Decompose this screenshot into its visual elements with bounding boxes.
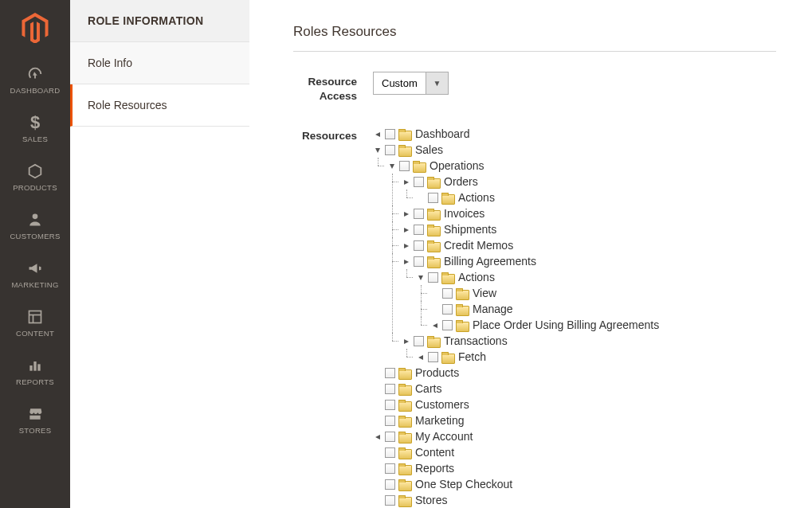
nav-item-dashboard[interactable]: DASHBOARD — [0, 56, 70, 104]
tree-node[interactable]: Carts — [373, 381, 776, 397]
tree-toggle-placeholder — [430, 305, 439, 314]
tree-node[interactable]: Customers — [373, 397, 776, 412]
tree-checkbox[interactable] — [385, 479, 395, 490]
tree-node[interactable]: ◂Fetch — [416, 349, 776, 365]
tree-node[interactable]: Reports — [373, 460, 776, 476]
svg-rect-1 — [29, 311, 41, 323]
folder-icon — [427, 209, 439, 219]
tree-checkbox[interactable] — [385, 400, 395, 410]
tree-toggle-icon[interactable]: ◂ — [416, 353, 425, 361]
tree-node[interactable]: View — [430, 285, 776, 301]
chevron-down-icon[interactable]: ▼ — [426, 72, 448, 94]
nav-label: CONTENT — [16, 329, 54, 338]
nav-item-marketing[interactable]: MARKETING — [0, 250, 70, 299]
tree-toggle-placeholder — [373, 464, 382, 473]
tree-checkbox[interactable] — [428, 193, 438, 203]
tree-node[interactable]: Marketing — [373, 412, 776, 428]
tree-checkbox[interactable] — [428, 272, 438, 283]
tree-node[interactable]: One Step Checkout — [373, 476, 776, 492]
folder-icon — [427, 240, 439, 251]
panel-item[interactable]: Role Info — [70, 42, 249, 84]
tree-toggle-icon[interactable]: ◂ — [373, 432, 382, 441]
tree-checkbox[interactable] — [385, 495, 395, 506]
tree-toggle-icon[interactable]: ▸ — [402, 337, 410, 346]
tree-checkbox[interactable] — [385, 416, 395, 426]
tree-checkbox[interactable] — [414, 177, 424, 187]
nav-item-reports[interactable]: REPORTS — [0, 347, 70, 396]
tree-node[interactable]: ▸Invoices — [402, 205, 776, 221]
nav-item-products[interactable]: PRODUCTS — [0, 153, 70, 201]
tree-toggle-icon[interactable]: ▾ — [387, 162, 396, 170]
tree-node[interactable]: ▸Shipments — [402, 221, 776, 237]
tree-toggle-icon[interactable]: ◂ — [373, 130, 382, 139]
tree-checkbox[interactable] — [385, 368, 395, 378]
tree-checkbox[interactable] — [385, 384, 395, 394]
tree-toggle-placeholder — [416, 193, 425, 202]
folder-icon — [398, 416, 410, 426]
resources-tree: ◂Dashboard▾Sales▾Operations▸OrdersAction… — [373, 126, 776, 508]
tree-checkbox[interactable] — [414, 209, 424, 219]
tree-node[interactable]: ▸Orders — [402, 174, 776, 190]
tree-toggle-icon[interactable]: ▸ — [402, 225, 410, 234]
tree-checkbox[interactable] — [385, 447, 395, 458]
tree-toggle-placeholder — [373, 496, 382, 505]
nav-item-content[interactable]: CONTENT — [0, 299, 70, 347]
nav-item-stores[interactable]: STORES — [0, 396, 70, 444]
tree-checkbox[interactable] — [414, 256, 424, 267]
tree-checkbox[interactable] — [385, 432, 395, 442]
folder-icon — [441, 272, 453, 283]
tree-node[interactable]: ▸Billing Agreements — [402, 253, 776, 269]
tree-toggle-icon[interactable]: ▸ — [402, 178, 410, 186]
magento-logo-icon — [22, 13, 49, 43]
tree-node[interactable]: Actions — [416, 190, 776, 205]
tree-node[interactable]: ▾Actions — [416, 269, 776, 285]
tree-node[interactable]: ▸Transactions — [402, 333, 776, 349]
tree-node-label: Actions — [458, 190, 495, 205]
tree-node[interactable]: ▾Operations — [387, 158, 776, 174]
tree-checkbox[interactable] — [414, 240, 424, 251]
marketing-icon — [26, 260, 44, 277]
tree-toggle-icon[interactable]: ▸ — [402, 241, 410, 250]
nav-item-customers[interactable]: CUSTOMERS — [0, 201, 70, 250]
tree-node[interactable]: Products — [373, 365, 776, 381]
folder-icon — [398, 384, 410, 394]
tree-toggle-icon[interactable]: ▸ — [402, 209, 410, 218]
folder-icon — [398, 129, 410, 139]
tree-checkbox[interactable] — [414, 225, 424, 235]
tree-node[interactable]: Stores — [373, 492, 776, 508]
folder-icon — [456, 288, 468, 299]
tree-checkbox[interactable] — [414, 336, 424, 346]
tree-node-label: Dashboard — [415, 126, 470, 142]
tree-node[interactable]: ◂Dashboard — [373, 126, 776, 142]
resource-access-select-input[interactable]: Custom — [374, 72, 426, 94]
tree-node-label: Carts — [415, 381, 441, 397]
tree-node-label: Marketing — [415, 412, 464, 428]
tree-toggle-icon[interactable]: ▾ — [416, 273, 425, 282]
tree-toggle-icon[interactable]: ▾ — [373, 146, 382, 154]
tree-node[interactable]: ◂Place Order Using Billing Agreements — [430, 317, 776, 333]
tree-toggle-icon[interactable]: ◂ — [430, 321, 439, 330]
tree-checkbox[interactable] — [399, 161, 410, 171]
folder-icon — [441, 193, 453, 203]
tree-checkbox[interactable] — [385, 129, 395, 139]
panel-item[interactable]: Role Resources — [70, 84, 249, 127]
resource-access-select[interactable]: Custom ▼ — [373, 72, 449, 95]
tree-checkbox[interactable] — [385, 145, 395, 155]
tree-node[interactable]: Manage — [430, 301, 776, 317]
tree-node-label: Sales — [415, 142, 443, 158]
tree-checkbox[interactable] — [428, 352, 438, 362]
tree-checkbox[interactable] — [442, 304, 453, 315]
folder-icon — [456, 304, 468, 315]
tree-checkbox[interactable] — [442, 288, 453, 299]
magento-logo[interactable] — [0, 0, 70, 56]
tree-node[interactable]: ◂My Account — [373, 428, 776, 444]
tree-toggle-icon[interactable]: ▸ — [402, 257, 410, 266]
tree-checkbox[interactable] — [442, 320, 453, 330]
tree-node[interactable]: Content — [373, 444, 776, 460]
tree-node[interactable]: ▸Credit Memos — [402, 237, 776, 253]
tree-toggle-placeholder — [373, 448, 382, 457]
tree-node[interactable]: ▾Sales — [373, 142, 776, 158]
tree-checkbox[interactable] — [385, 463, 395, 474]
reports-icon — [27, 357, 43, 374]
nav-item-sales[interactable]: $SALES — [0, 104, 70, 153]
